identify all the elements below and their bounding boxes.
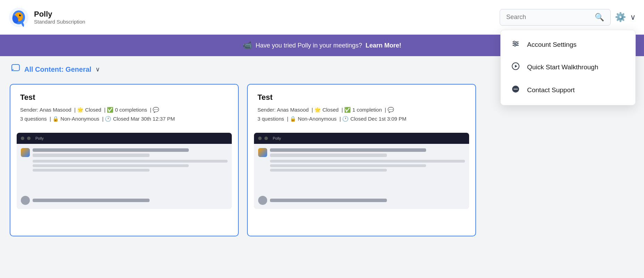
card-status: Closed — [322, 107, 339, 113]
svg-point-9 — [514, 41, 515, 43]
account-settings-icon — [510, 40, 521, 50]
logo-area: Polly Standard Subscription — [8, 7, 85, 28]
svg-point-16 — [515, 88, 516, 89]
card-title: Test — [257, 93, 466, 102]
card-preview: Polly — [254, 133, 469, 209]
card-closed-time: Closed Dec 1st 3:09 PM — [350, 116, 407, 122]
contact-support-icon — [510, 85, 521, 95]
subscription-label: Standard Subscription — [34, 19, 85, 25]
svg-point-10 — [516, 43, 518, 44]
search-input[interactable] — [506, 14, 591, 21]
card-questions: 3 questions — [20, 116, 47, 122]
card-status: Closed — [85, 107, 101, 113]
card-completions: 0 completions — [115, 107, 147, 113]
channel-icon — [11, 64, 20, 75]
quick-start-label: Quick Start Walkthrough — [527, 63, 598, 71]
account-settings-label: Account Settings — [527, 41, 577, 49]
poll-card: Test Sender: Anas Masood | 🌟 Closed | ✅ … — [10, 84, 239, 236]
card-questions: 3 questions — [257, 116, 284, 122]
card-anonymous: Non-Anonymous — [60, 116, 99, 122]
channel-title[interactable]: All Content: General — [24, 66, 91, 73]
quick-start-item[interactable]: Quick Start Walkthrough — [501, 56, 635, 79]
svg-point-11 — [514, 44, 516, 46]
svg-point-17 — [517, 88, 518, 89]
header-right: 🔍 ⚙️ ∨ Account Settings — [500, 9, 636, 26]
account-dropdown-menu: Account Settings Quick Start Walkthrough — [500, 30, 636, 105]
logo-text: Polly Standard Subscription — [34, 10, 85, 25]
header: Polly Standard Subscription 🔍 ⚙️ ∨ — [0, 0, 644, 35]
contact-support-label: Contact Support — [527, 86, 575, 94]
poll-card: Test Sender: Anas Masood | 🌟 Closed | ✅ … — [247, 84, 476, 236]
account-settings-item[interactable]: Account Settings — [501, 34, 635, 56]
account-menu-chevron-button[interactable]: ∨ — [630, 13, 636, 22]
contact-support-item[interactable]: Contact Support — [501, 79, 635, 102]
gear-settings-button[interactable]: ⚙️ — [615, 12, 626, 23]
svg-marker-13 — [515, 65, 517, 68]
banner-text: Have you tried Polly in your meetings? L… — [255, 42, 401, 49]
card-closed-time: Closed Mar 30th 12:37 PM — [113, 116, 175, 122]
app-name: Polly — [34, 10, 85, 19]
search-icon[interactable]: 🔍 — [595, 13, 604, 22]
card-anonymous: Non-Anonymous — [298, 116, 337, 122]
banner-cta[interactable]: Learn More! — [366, 42, 401, 49]
quick-start-icon — [510, 62, 521, 72]
card-preview: Polly — [17, 133, 232, 209]
card-content: Test Sender: Anas Masood | 🌟 Closed | ✅ … — [248, 85, 475, 129]
card-title: Test — [20, 93, 228, 102]
polly-logo-icon — [8, 7, 29, 28]
card-sender: Sender: Anas Masood — [257, 107, 309, 113]
card-sender: Sender: Anas Masood — [20, 107, 71, 113]
channel-dropdown-icon[interactable]: ∨ — [95, 66, 100, 73]
svg-point-4 — [20, 15, 21, 15]
video-icon: 📹 — [243, 41, 252, 50]
card-completions: 1 completion — [352, 107, 382, 113]
svg-point-3 — [19, 14, 21, 16]
svg-point-15 — [514, 88, 515, 89]
card-meta: Sender: Anas Masood | 🌟 Closed | ✅ 1 com… — [257, 105, 466, 123]
card-content: Test Sender: Anas Masood | 🌟 Closed | ✅ … — [10, 85, 238, 129]
search-box[interactable]: 🔍 — [500, 9, 611, 26]
card-meta: Sender: Anas Masood | 🌟 Closed | ✅ 0 com… — [20, 105, 228, 123]
